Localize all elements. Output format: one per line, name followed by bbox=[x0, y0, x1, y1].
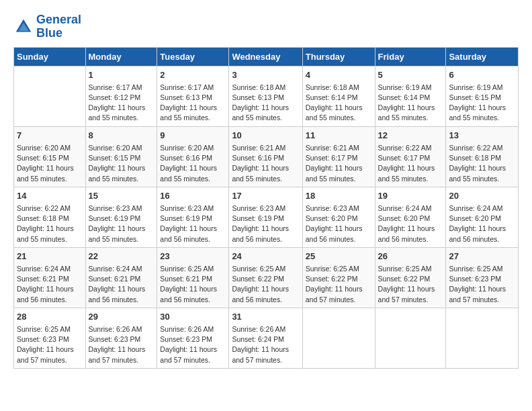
day-cell: 6Sunrise: 6:19 AM Sunset: 6:15 PM Daylig… bbox=[446, 66, 519, 126]
day-info: Sunrise: 6:22 AM Sunset: 6:18 PM Dayligh… bbox=[17, 203, 83, 244]
day-number: 29 bbox=[89, 311, 154, 323]
day-info: Sunrise: 6:19 AM Sunset: 6:15 PM Dayligh… bbox=[449, 83, 515, 124]
day-number: 7 bbox=[17, 130, 83, 142]
day-cell: 17Sunrise: 6:23 AM Sunset: 6:19 PM Dayli… bbox=[229, 187, 302, 247]
day-info: Sunrise: 6:23 AM Sunset: 6:19 PM Dayligh… bbox=[232, 203, 299, 244]
header-cell-monday: Monday bbox=[85, 47, 157, 66]
day-cell: 10Sunrise: 6:21 AM Sunset: 6:16 PM Dayli… bbox=[229, 126, 302, 187]
day-info: Sunrise: 6:23 AM Sunset: 6:20 PM Dayligh… bbox=[306, 203, 372, 244]
day-info: Sunrise: 6:26 AM Sunset: 6:23 PM Dayligh… bbox=[89, 324, 154, 365]
day-cell: 9Sunrise: 6:20 AM Sunset: 6:16 PM Daylig… bbox=[157, 126, 229, 187]
day-info: Sunrise: 6:23 AM Sunset: 6:19 PM Dayligh… bbox=[160, 203, 226, 244]
day-info: Sunrise: 6:17 AM Sunset: 6:13 PM Dayligh… bbox=[160, 83, 226, 124]
day-number: 15 bbox=[89, 190, 154, 202]
day-number: 27 bbox=[449, 250, 515, 263]
day-number: 10 bbox=[232, 130, 299, 142]
day-cell: 26Sunrise: 6:25 AM Sunset: 6:22 PM Dayli… bbox=[375, 247, 446, 308]
header-cell-friday: Friday bbox=[375, 47, 446, 66]
calendar-table: SundayMondayTuesdayWednesdayThursdayFrid… bbox=[13, 47, 519, 369]
day-cell: 7Sunrise: 6:20 AM Sunset: 6:15 PM Daylig… bbox=[14, 126, 86, 187]
day-cell: 23Sunrise: 6:25 AM Sunset: 6:21 PM Dayli… bbox=[157, 247, 229, 308]
day-info: Sunrise: 6:21 AM Sunset: 6:16 PM Dayligh… bbox=[232, 143, 299, 184]
day-info: Sunrise: 6:18 AM Sunset: 6:13 PM Dayligh… bbox=[232, 83, 299, 124]
day-info: Sunrise: 6:25 AM Sunset: 6:21 PM Dayligh… bbox=[160, 264, 226, 305]
day-number: 31 bbox=[232, 311, 299, 323]
day-cell: 1Sunrise: 6:17 AM Sunset: 6:12 PM Daylig… bbox=[85, 66, 157, 126]
day-info: Sunrise: 6:25 AM Sunset: 6:23 PM Dayligh… bbox=[17, 324, 83, 365]
day-number: 2 bbox=[160, 69, 226, 81]
day-number: 12 bbox=[378, 130, 443, 142]
day-number: 16 bbox=[160, 190, 226, 202]
day-number: 25 bbox=[306, 250, 372, 263]
day-info: Sunrise: 6:21 AM Sunset: 6:17 PM Dayligh… bbox=[306, 143, 372, 184]
week-row-2: 7Sunrise: 6:20 AM Sunset: 6:15 PM Daylig… bbox=[14, 126, 519, 187]
day-info: Sunrise: 6:24 AM Sunset: 6:20 PM Dayligh… bbox=[449, 203, 515, 244]
day-info: Sunrise: 6:22 AM Sunset: 6:17 PM Dayligh… bbox=[378, 143, 443, 184]
header-cell-sunday: Sunday bbox=[14, 47, 86, 66]
day-number: 28 bbox=[17, 311, 83, 323]
day-info: Sunrise: 6:26 AM Sunset: 6:23 PM Dayligh… bbox=[160, 324, 226, 365]
day-cell: 28Sunrise: 6:25 AM Sunset: 6:23 PM Dayli… bbox=[14, 308, 86, 368]
day-cell: 3Sunrise: 6:18 AM Sunset: 6:13 PM Daylig… bbox=[229, 66, 302, 126]
calendar-body: 1Sunrise: 6:17 AM Sunset: 6:12 PM Daylig… bbox=[14, 66, 519, 368]
week-row-5: 28Sunrise: 6:25 AM Sunset: 6:23 PM Dayli… bbox=[14, 308, 519, 368]
day-cell: 18Sunrise: 6:23 AM Sunset: 6:20 PM Dayli… bbox=[302, 187, 375, 247]
day-cell bbox=[446, 308, 519, 368]
day-cell: 29Sunrise: 6:26 AM Sunset: 6:23 PM Dayli… bbox=[85, 308, 157, 368]
logo-text: General Blue bbox=[36, 13, 81, 40]
day-number: 19 bbox=[378, 190, 443, 202]
page-header: General Blue bbox=[13, 13, 519, 40]
day-cell: 5Sunrise: 6:19 AM Sunset: 6:14 PM Daylig… bbox=[375, 66, 446, 126]
day-cell: 31Sunrise: 6:26 AM Sunset: 6:24 PM Dayli… bbox=[229, 308, 302, 368]
day-number: 3 bbox=[232, 69, 299, 81]
day-cell: 16Sunrise: 6:23 AM Sunset: 6:19 PM Dayli… bbox=[157, 187, 229, 247]
day-number: 24 bbox=[232, 250, 299, 263]
header-cell-tuesday: Tuesday bbox=[157, 47, 229, 66]
day-info: Sunrise: 6:22 AM Sunset: 6:18 PM Dayligh… bbox=[449, 143, 515, 184]
day-number: 9 bbox=[160, 130, 226, 142]
day-info: Sunrise: 6:18 AM Sunset: 6:14 PM Dayligh… bbox=[306, 83, 372, 124]
logo: General Blue bbox=[13, 13, 81, 40]
day-info: Sunrise: 6:19 AM Sunset: 6:14 PM Dayligh… bbox=[378, 83, 443, 124]
day-cell: 25Sunrise: 6:25 AM Sunset: 6:22 PM Dayli… bbox=[302, 247, 375, 308]
header-cell-saturday: Saturday bbox=[446, 47, 519, 66]
day-cell bbox=[302, 308, 375, 368]
day-info: Sunrise: 6:25 AM Sunset: 6:23 PM Dayligh… bbox=[449, 264, 515, 305]
day-info: Sunrise: 6:20 AM Sunset: 6:16 PM Dayligh… bbox=[160, 143, 226, 184]
day-info: Sunrise: 6:25 AM Sunset: 6:22 PM Dayligh… bbox=[232, 264, 299, 305]
week-row-4: 21Sunrise: 6:24 AM Sunset: 6:21 PM Dayli… bbox=[14, 247, 519, 308]
day-cell: 14Sunrise: 6:22 AM Sunset: 6:18 PM Dayli… bbox=[14, 187, 86, 247]
day-cell: 19Sunrise: 6:24 AM Sunset: 6:20 PM Dayli… bbox=[375, 187, 446, 247]
day-info: Sunrise: 6:25 AM Sunset: 6:22 PM Dayligh… bbox=[378, 264, 443, 305]
day-cell: 20Sunrise: 6:24 AM Sunset: 6:20 PM Dayli… bbox=[446, 187, 519, 247]
day-cell: 24Sunrise: 6:25 AM Sunset: 6:22 PM Dayli… bbox=[229, 247, 302, 308]
day-number: 11 bbox=[306, 130, 372, 142]
day-number: 4 bbox=[306, 69, 372, 81]
day-cell: 27Sunrise: 6:25 AM Sunset: 6:23 PM Dayli… bbox=[446, 247, 519, 308]
day-number: 21 bbox=[17, 250, 83, 263]
day-number: 5 bbox=[378, 69, 443, 81]
day-info: Sunrise: 6:20 AM Sunset: 6:15 PM Dayligh… bbox=[89, 143, 154, 184]
day-number: 14 bbox=[17, 190, 83, 202]
day-info: Sunrise: 6:24 AM Sunset: 6:21 PM Dayligh… bbox=[17, 264, 83, 305]
header-cell-thursday: Thursday bbox=[302, 47, 375, 66]
day-number: 6 bbox=[449, 69, 515, 81]
day-info: Sunrise: 6:24 AM Sunset: 6:21 PM Dayligh… bbox=[89, 264, 154, 305]
day-info: Sunrise: 6:17 AM Sunset: 6:12 PM Dayligh… bbox=[89, 83, 154, 124]
day-info: Sunrise: 6:20 AM Sunset: 6:15 PM Dayligh… bbox=[17, 143, 83, 184]
day-number: 18 bbox=[306, 190, 372, 202]
day-cell: 22Sunrise: 6:24 AM Sunset: 6:21 PM Dayli… bbox=[85, 247, 157, 308]
day-number: 17 bbox=[232, 190, 299, 202]
day-cell: 30Sunrise: 6:26 AM Sunset: 6:23 PM Dayli… bbox=[157, 308, 229, 368]
day-cell bbox=[14, 66, 86, 126]
day-number: 8 bbox=[89, 130, 154, 142]
day-cell: 13Sunrise: 6:22 AM Sunset: 6:18 PM Dayli… bbox=[446, 126, 519, 187]
day-cell: 21Sunrise: 6:24 AM Sunset: 6:21 PM Dayli… bbox=[14, 247, 86, 308]
day-number: 22 bbox=[89, 250, 154, 263]
day-number: 30 bbox=[160, 311, 226, 323]
day-number: 1 bbox=[89, 69, 154, 81]
day-cell: 2Sunrise: 6:17 AM Sunset: 6:13 PM Daylig… bbox=[157, 66, 229, 126]
day-cell: 11Sunrise: 6:21 AM Sunset: 6:17 PM Dayli… bbox=[302, 126, 375, 187]
logo-icon bbox=[13, 17, 34, 37]
day-number: 26 bbox=[378, 250, 443, 263]
